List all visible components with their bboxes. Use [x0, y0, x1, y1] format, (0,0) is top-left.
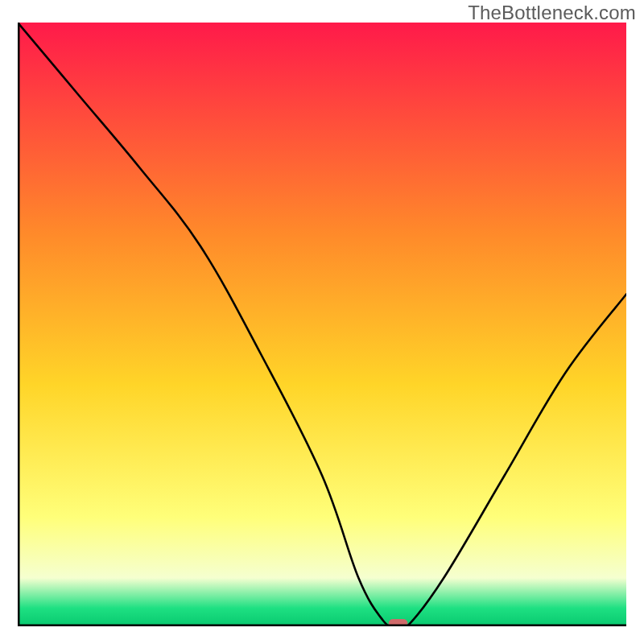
gradient-background [18, 23, 626, 626]
chart-svg [18, 23, 626, 626]
watermark-text: TheBottleneck.com [468, 2, 636, 24]
bottleneck-chart [18, 23, 626, 626]
chart-frame: TheBottleneck.com [0, 0, 644, 644]
